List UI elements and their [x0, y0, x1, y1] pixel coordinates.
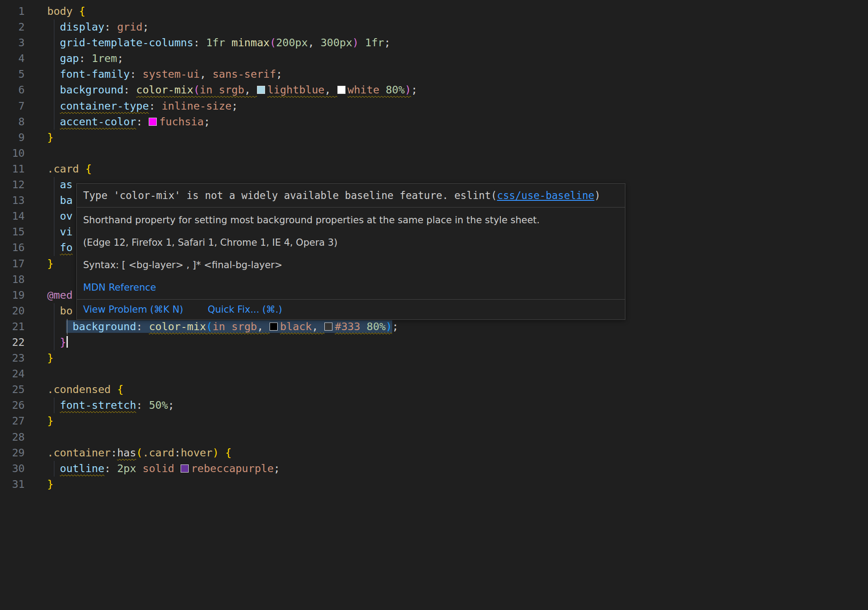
line-number: 5 [0, 66, 25, 82]
code-token: ( [193, 84, 199, 96]
code-tokens: display: grid; [47, 21, 149, 33]
code-content[interactable]: accent-color: fuchsia; [47, 114, 868, 130]
code-token: fuchsia [159, 115, 204, 128]
diagnostic-source-close: ) [594, 190, 601, 201]
code-content[interactable]: } [47, 350, 868, 366]
code-line: 10 [0, 146, 868, 161]
code-token: as [60, 178, 72, 191]
code-line: 22 } [0, 335, 868, 350]
eslint-rule-link[interactable]: css/use-baseline [497, 190, 594, 201]
indent-guide [54, 303, 54, 319]
line-number: 7 [0, 98, 25, 114]
hover-widget: Type 'color-mix' is not a widely availab… [76, 183, 625, 320]
code-tokens: } [47, 478, 53, 491]
code-line: 27} [0, 413, 868, 429]
mdn-reference-link[interactable]: MDN Reference [83, 282, 156, 293]
code-token: ; [231, 100, 238, 112]
code-token: sans-serif [213, 68, 276, 80]
indent-guide [54, 82, 54, 98]
code-token: gap [60, 52, 79, 65]
code-content[interactable]: .container:has(.card:hover) { [47, 445, 868, 461]
code-content[interactable]: display: grid; [47, 19, 868, 35]
code-token: grid-template-columns [60, 36, 193, 49]
hover-documentation: Shorthand property for setting most back… [77, 208, 625, 299]
code-token [136, 462, 142, 475]
code-content[interactable]: } [47, 335, 868, 350]
code-token: : [136, 115, 149, 128]
code-token [379, 84, 385, 96]
code-content[interactable]: gap: 1rem; [47, 51, 868, 66]
view-problem-button[interactable]: View Problem (⌘K N) [83, 304, 183, 315]
quick-fix-button[interactable]: Quick Fix... (⌘.) [208, 304, 282, 315]
code-content[interactable]: body { [47, 4, 868, 19]
color-swatch[interactable] [324, 323, 332, 331]
line-number: 2 [0, 19, 25, 35]
code-content[interactable] [47, 366, 868, 382]
code-token: ; [117, 52, 124, 65]
code-token: vi [60, 225, 72, 238]
code-token: display [60, 21, 104, 33]
code-token: ; [411, 84, 417, 96]
code-content[interactable]: background: color-mix(in srgb, lightblue… [47, 82, 868, 98]
code-token: : [136, 399, 149, 411]
line-number: 25 [0, 382, 25, 398]
line-number: 30 [0, 461, 25, 477]
code-token: } [47, 478, 53, 491]
code-tokens: @med [47, 289, 73, 301]
code-content[interactable]: outline: 2px solid rebeccapurple; [47, 461, 868, 477]
indent-guide [54, 193, 54, 208]
code-content[interactable]: } [47, 413, 868, 429]
code-tokens: vi [47, 225, 73, 238]
code-token: 1fr [365, 36, 384, 49]
code-token: 1rem [92, 52, 117, 65]
line-number: 18 [0, 272, 25, 287]
code-token [174, 462, 181, 475]
doc-syntax: Syntax: [ <bg-layer> , ]* <final-bg-laye… [83, 259, 619, 271]
line-number: 13 [0, 193, 25, 208]
code-content[interactable]: font-stretch: 50%; [47, 398, 868, 413]
code-editor: 1body {2 display: grid;3 grid-template-c… [0, 0, 868, 610]
code-token: : [104, 21, 117, 33]
code-token: ov [60, 210, 72, 222]
code-token: { [79, 5, 85, 18]
code-line: 3 grid-template-columns: 1fr minmax(200p… [0, 35, 868, 51]
code-token [47, 320, 66, 333]
line-number: 17 [0, 256, 25, 272]
code-token: , [312, 320, 324, 333]
code-content[interactable] [47, 146, 868, 161]
code-token: : [124, 84, 136, 96]
color-swatch[interactable] [270, 323, 278, 331]
color-swatch[interactable] [337, 86, 345, 94]
code-content[interactable]: } [47, 130, 868, 146]
code-content[interactable]: } [47, 477, 868, 492]
color-swatch[interactable] [181, 464, 189, 473]
code-line: 24 [0, 366, 868, 382]
code-tokens: } [47, 415, 53, 427]
code-tokens: } [47, 131, 53, 144]
code-content[interactable]: font-family: system-ui, sans-serif; [47, 66, 868, 82]
code-content[interactable] [47, 429, 868, 445]
code-content[interactable]: .condensed { [47, 382, 868, 398]
code-content[interactable]: background: color-mix(in srgb, black, #3… [47, 319, 868, 335]
line-number: 27 [0, 413, 25, 429]
code-content[interactable]: grid-template-columns: 1fr minmax(200px,… [47, 35, 868, 51]
doc-browser-support: (Edge 12, Firefox 1, Safari 1, Chrome 1,… [83, 236, 619, 249]
code-token: ; [274, 462, 280, 475]
code-token: ) [352, 36, 359, 49]
code-token [219, 446, 225, 459]
line-number: 9 [0, 130, 25, 146]
color-swatch[interactable] [149, 118, 157, 126]
code-tokens: accent-color: fuchsia; [47, 115, 210, 128]
code-token: black [280, 320, 312, 333]
code-line: 23} [0, 350, 868, 366]
code-content[interactable]: .card { [47, 161, 868, 177]
code-token: : [79, 52, 92, 65]
code-token: 80% [385, 84, 404, 96]
code-token: system-ui [142, 68, 199, 80]
color-swatch[interactable] [257, 86, 265, 94]
code-content[interactable]: container-type: inline-size; [47, 98, 868, 114]
code-token: 1fr [206, 36, 225, 49]
line-number: 15 [0, 224, 25, 240]
line-number: 28 [0, 429, 25, 445]
code-token: in srgb [200, 84, 244, 96]
